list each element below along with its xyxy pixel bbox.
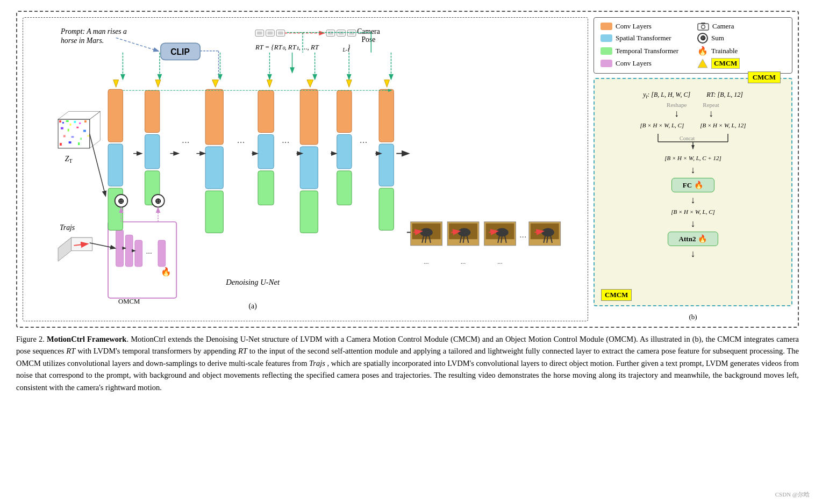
after-fc-text: [B × H × W, L, C] xyxy=(671,208,715,215)
svg-text:...: ... xyxy=(424,258,429,265)
svg-rect-44 xyxy=(69,141,72,143)
svg-text:...: ... xyxy=(461,258,466,265)
svg-rect-29 xyxy=(62,122,64,124)
legend-swatch-orange xyxy=(600,23,612,30)
cmcm-yt-label: yt: [B, L, H, W, C] xyxy=(643,91,690,98)
legend-box: Conv Layers Camera Spatial Transformer xyxy=(594,17,792,74)
arrow-to-fc: ↓ xyxy=(691,164,696,176)
svg-rect-45 xyxy=(78,142,80,145)
svg-point-127 xyxy=(496,228,508,237)
legend-swatch-purple xyxy=(600,60,612,67)
legend-cmcm: CMCM xyxy=(697,58,785,69)
svg-rect-38 xyxy=(83,130,86,132)
svg-marker-94 xyxy=(307,80,313,88)
figure-label: Figure 2. xyxy=(16,335,45,343)
legend-sum-label: Sum xyxy=(711,34,724,42)
svg-rect-101 xyxy=(337,171,352,205)
legend-conv-purple: Conv Layers xyxy=(600,58,689,69)
svg-rect-100 xyxy=(337,134,352,169)
svg-rect-56 xyxy=(125,235,133,267)
cmcm-reshape-row: Reshape ↓ Repeat ↓ xyxy=(603,102,783,119)
sublabel-b: (b) xyxy=(594,313,792,321)
legend-trainable-label: Trainable xyxy=(711,47,738,55)
after-reshape-text: [B × H × W, L, C] xyxy=(640,122,684,128)
diagram-svg: Prompt: A man rises a horse in Mars. CLI… xyxy=(27,22,583,316)
caption-mid: with LVDM's temporal transformers by app… xyxy=(77,347,236,355)
caption-rt: RT xyxy=(66,347,75,355)
svg-rect-34 xyxy=(84,120,87,123)
svg-rect-35 xyxy=(61,127,63,129)
svg-rect-99 xyxy=(337,90,352,132)
caption-rt2: RT xyxy=(238,347,247,355)
arrow-to-attn: ↓ xyxy=(691,218,696,229)
svg-line-64 xyxy=(90,243,115,248)
reshape-arrow: ↓ xyxy=(667,108,687,119)
svg-point-135 xyxy=(541,228,554,237)
svg-rect-90 xyxy=(258,171,274,205)
svg-text:Concat: Concat xyxy=(680,135,695,141)
cmcm-yt-cell: yt: [B, L, H, W, C] xyxy=(643,91,690,99)
svg-text:...: ... xyxy=(182,134,190,145)
attn-node: Attn2 🔥 xyxy=(668,232,719,246)
legend-sum: ⊕ Sum xyxy=(697,33,785,44)
svg-text:Denoising U-Net: Denoising U-Net xyxy=(225,278,280,286)
svg-rect-162 xyxy=(701,23,705,24)
svg-text:⊕: ⊕ xyxy=(118,197,125,205)
reshape-label: Reshape xyxy=(667,102,687,108)
cmcm-after-fc: [B × H × W, L, C] xyxy=(671,208,715,216)
svg-text:🔥: 🔥 xyxy=(161,267,171,277)
svg-text:}: } xyxy=(347,44,350,51)
svg-text:Trajs: Trajs xyxy=(60,224,75,232)
svg-rect-55 xyxy=(116,230,124,267)
svg-text:Pose: Pose xyxy=(361,35,375,44)
svg-rect-24 xyxy=(58,119,90,148)
triangle-icon xyxy=(697,59,708,68)
svg-marker-65 xyxy=(113,80,119,88)
svg-marker-79 xyxy=(155,80,161,88)
svg-rect-27 xyxy=(58,119,90,148)
legend-conv-orange-label: Conv Layers xyxy=(616,22,652,31)
repeat-label: Repeat xyxy=(703,102,719,108)
svg-marker-82 xyxy=(212,80,219,88)
svg-text:...: ... xyxy=(519,230,526,239)
svg-text:CLIP: CLIP xyxy=(170,47,190,56)
legend-camera-label: Camera xyxy=(712,22,734,31)
legend-swatch-green xyxy=(600,47,612,55)
svg-text:T: T xyxy=(69,158,73,164)
svg-text:Prompt: A man rises a: Prompt: A man rises a xyxy=(60,27,127,35)
svg-rect-42 xyxy=(87,135,89,136)
arrow-from-attn: ↓ xyxy=(691,248,696,260)
cmcm-after-concat: [B × H × W, L, C + 12] xyxy=(664,154,721,162)
svg-rect-89 xyxy=(258,134,274,169)
svg-rect-39 xyxy=(63,135,66,137)
svg-text:...: ... xyxy=(282,134,290,145)
svg-text:Camera: Camera xyxy=(357,27,380,35)
cmcm-after-repeat: [B × H × W, L, 12] xyxy=(700,121,746,129)
legend-conv-purple-label: Conv Layers xyxy=(616,59,652,68)
svg-rect-43 xyxy=(60,143,62,146)
after-repeat-text: [B × H × W, L, 12] xyxy=(700,122,746,128)
fire-icon: 🔥 xyxy=(697,46,708,56)
cmcm-repeat-cell: Repeat ↓ xyxy=(703,102,719,119)
svg-rect-96 xyxy=(300,147,318,189)
sum-icon: ⊕ xyxy=(697,33,708,44)
legend-temporal: Temporal Transformer xyxy=(600,46,689,56)
svg-marker-91 xyxy=(267,80,273,88)
svg-point-113 xyxy=(420,228,432,237)
main-container: Prompt: A man rises a horse in Mars. CLI… xyxy=(16,11,799,393)
svg-rect-107 xyxy=(379,144,394,186)
svg-rect-8 xyxy=(268,32,273,35)
right-panel: Conv Layers Camera Spatial Transformer xyxy=(594,17,792,321)
svg-text:...: ... xyxy=(146,247,152,255)
svg-rect-13 xyxy=(328,32,333,35)
cmcm-after-reshape-row: [B × H × W, L, C] [B × H × W, L, 12] xyxy=(603,121,783,129)
legend-conv-orange: Conv Layers xyxy=(600,22,689,31)
cmcm-after-reshape: [B × H × W, L, C] xyxy=(640,121,684,129)
svg-rect-57 xyxy=(135,240,142,267)
svg-rect-41 xyxy=(80,138,82,140)
svg-rect-17 xyxy=(349,32,354,35)
watermark: CSDN @尔晗 xyxy=(775,491,810,499)
svg-point-161 xyxy=(702,25,705,29)
svg-text:...: ... xyxy=(237,134,245,145)
repeat-arrow: ↓ xyxy=(703,108,719,119)
